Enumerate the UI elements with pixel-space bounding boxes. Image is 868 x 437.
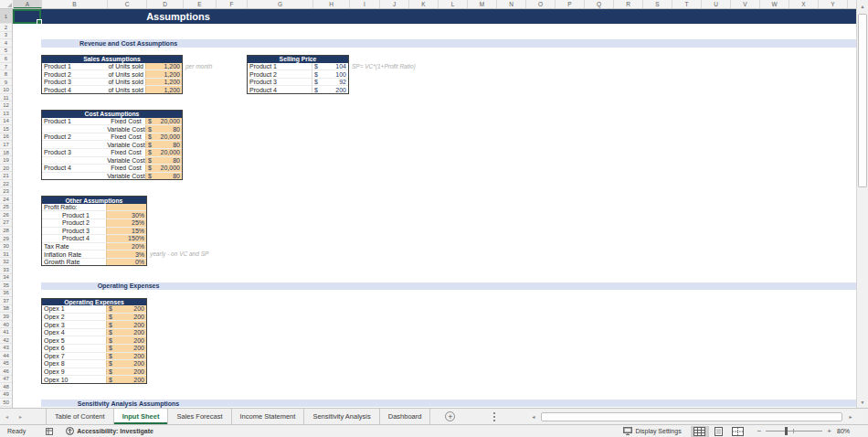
input-cell[interactable]: 0% <box>106 259 146 266</box>
input-cell[interactable]: $200 <box>106 368 146 376</box>
fill-handle[interactable] <box>37 19 42 25</box>
input-cell[interactable]: $80 <box>145 141 182 148</box>
input-cell[interactable]: 1,200 <box>145 79 182 86</box>
row-header-10[interactable]: 10 <box>0 86 12 94</box>
row-header-48[interactable]: 48 <box>0 383 12 391</box>
column-header-m[interactable]: M <box>468 0 497 8</box>
row-header-45[interactable]: 45 <box>0 360 12 368</box>
column-header-e[interactable]: E <box>184 0 217 8</box>
row-header-29[interactable]: 29 <box>0 235 12 243</box>
input-cell[interactable]: $200 <box>106 314 146 321</box>
select-all-corner[interactable] <box>0 0 14 8</box>
macro-record-icon[interactable] <box>46 428 53 435</box>
row-header-27[interactable]: 27 <box>0 219 12 228</box>
input-cell[interactable]: $200 <box>106 321 146 328</box>
row-header-26[interactable]: 26 <box>0 211 12 219</box>
row-header-22[interactable]: 22 <box>0 180 12 188</box>
column-header-r[interactable]: R <box>614 0 643 8</box>
sheet-tab-sensitivity-analysis[interactable]: Sensitivity Analysis <box>304 409 379 424</box>
scroll-down-icon[interactable]: ▼ <box>857 396 868 408</box>
input-cell[interactable]: $200 <box>106 329 146 336</box>
row-header-24[interactable]: 24 <box>0 196 12 204</box>
column-header-a[interactable]: A <box>14 0 42 8</box>
row-header-46[interactable]: 46 <box>0 368 12 376</box>
row-header-43[interactable]: 43 <box>0 344 12 352</box>
input-cell[interactable]: $80 <box>145 173 182 180</box>
column-header-c[interactable]: C <box>108 0 147 8</box>
row-header-20[interactable]: 20 <box>0 165 12 173</box>
row-header-3[interactable]: 3 <box>0 32 12 40</box>
input-cell[interactable]: 3% <box>106 250 146 258</box>
row-header-17[interactable]: 17 <box>0 141 12 149</box>
row-header-38[interactable]: 38 <box>0 305 12 314</box>
display-settings-button[interactable]: Display Settings <box>623 427 681 435</box>
column-header-q[interactable]: Q <box>585 0 614 8</box>
tab-splitter-handle[interactable] <box>493 416 495 418</box>
scroll-up-icon[interactable]: ▲ <box>857 0 868 12</box>
input-cell[interactable]: $20,000 <box>145 165 182 172</box>
column-header-u[interactable]: U <box>702 0 731 8</box>
tab-scroll-left-icon[interactable]: ◄ <box>0 409 14 424</box>
input-cell[interactable]: 30% <box>106 211 146 218</box>
column-header-n[interactable]: N <box>497 0 526 8</box>
row-header-36[interactable]: 36 <box>0 290 12 298</box>
input-cell[interactable]: $200 <box>106 345 146 352</box>
input-cell[interactable]: 1,200 <box>145 70 182 78</box>
row-header-41[interactable]: 41 <box>0 328 12 336</box>
input-cell[interactable]: $200 <box>106 305 146 313</box>
column-header-j[interactable]: J <box>380 0 409 8</box>
input-cell[interactable]: $20,000 <box>145 118 182 125</box>
row-header-16[interactable]: 16 <box>0 133 12 142</box>
row-header-18[interactable]: 18 <box>0 149 12 157</box>
row-header-33[interactable]: 33 <box>0 266 12 274</box>
row-header-31[interactable]: 31 <box>0 250 12 259</box>
column-header-d[interactable]: D <box>147 0 184 8</box>
input-cell[interactable]: 150% <box>106 235 146 242</box>
column-header-t[interactable]: T <box>672 0 702 8</box>
sheet-tab-dashboard[interactable]: Dashboard <box>380 409 431 424</box>
row-header-39[interactable]: 39 <box>0 313 12 321</box>
sheet-tab-input-sheet[interactable]: Input Sheet <box>114 409 169 424</box>
row-header-50[interactable]: 50 <box>0 399 12 407</box>
input-cell[interactable]: 15% <box>106 228 146 235</box>
input-cell[interactable]: $200 <box>106 336 146 344</box>
scroll-left-icon[interactable]: ◄ <box>528 411 539 422</box>
view-page-break-icon[interactable] <box>729 426 747 437</box>
row-header-44[interactable]: 44 <box>0 352 12 360</box>
row-header-19[interactable]: 19 <box>0 156 12 165</box>
row-header-1[interactable]: 1 <box>0 9 12 24</box>
row-header-8[interactable]: 8 <box>0 70 12 79</box>
row-header-23[interactable]: 23 <box>0 187 12 196</box>
row-header-11[interactable]: 11 <box>0 94 12 102</box>
input-cell[interactable]: 20% <box>106 243 146 250</box>
column-header-x[interactable]: X <box>789 0 819 8</box>
column-header-p[interactable]: P <box>556 0 585 8</box>
input-cell[interactable]: 1,200 <box>145 86 182 93</box>
row-header-40[interactable]: 40 <box>0 321 12 329</box>
horizontal-scrollbar[interactable]: ◄ ► <box>528 411 856 422</box>
zoom-percentage[interactable]: 80% <box>837 428 861 434</box>
row-header-30[interactable]: 30 <box>0 242 12 250</box>
row-header-28[interactable]: 28 <box>0 227 12 235</box>
input-cell[interactable]: $80 <box>145 157 182 165</box>
row-header-47[interactable]: 47 <box>0 376 12 384</box>
input-cell[interactable]: $20,000 <box>145 149 182 156</box>
view-normal-icon[interactable] <box>691 426 709 437</box>
row-header-4[interactable]: 4 <box>0 39 12 48</box>
row-header-25[interactable]: 25 <box>0 204 12 212</box>
zoom-slider-thumb[interactable] <box>785 427 788 435</box>
sheet-tab-table-of-content[interactable]: Table of Content <box>46 409 114 424</box>
row-header-21[interactable]: 21 <box>0 172 12 180</box>
row-header-7[interactable]: 7 <box>0 63 12 71</box>
row-header-12[interactable]: 12 <box>0 101 12 110</box>
column-header-h[interactable]: H <box>313 0 350 8</box>
row-header-35[interactable]: 35 <box>0 282 12 290</box>
accessibility-status[interactable]: Accessibility: Investigate <box>66 427 153 435</box>
row-header-42[interactable]: 42 <box>0 336 12 345</box>
column-header-y[interactable]: Y <box>819 0 848 8</box>
column-header-b[interactable]: B <box>42 0 108 8</box>
selected-cell-a1[interactable] <box>13 9 41 24</box>
horizontal-scrollbar-thumb[interactable] <box>541 412 842 421</box>
vertical-scrollbar[interactable]: ▲ ▼ <box>856 0 868 408</box>
zoom-out-icon[interactable]: − <box>757 427 762 435</box>
